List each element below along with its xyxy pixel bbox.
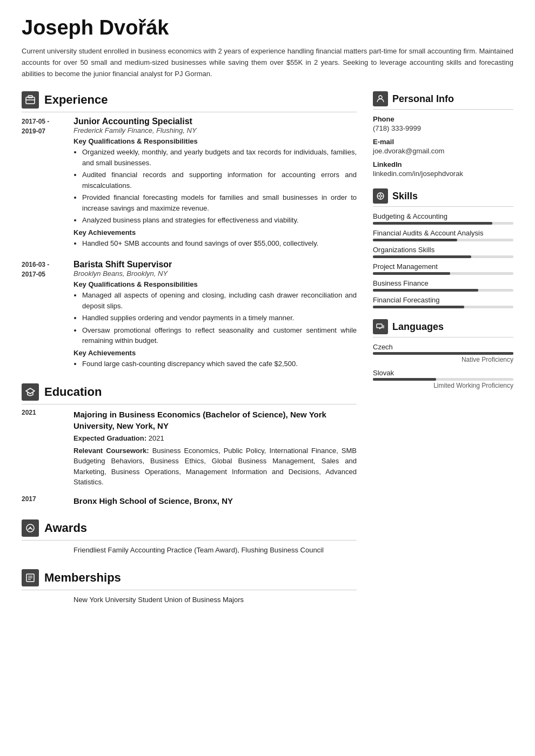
skill-name-5: Financial Forecasting xyxy=(373,296,513,304)
exp-achhead-2: Key Achievements xyxy=(73,349,357,357)
skill-item-2: Organizations Skills xyxy=(373,246,513,258)
personal-info-header: Personal Info xyxy=(373,91,513,110)
skill-item-5: Financial Forecasting xyxy=(373,296,513,308)
memberships-icon xyxy=(22,569,39,586)
exp-bullet-1-2: Audited financial records and supporting… xyxy=(82,170,357,191)
summary-text: Current university student enrolled in b… xyxy=(22,46,513,79)
skills-section: Skills Budgeting & Accounting Financial … xyxy=(373,188,513,308)
lang-name-1: Slovak xyxy=(373,369,513,377)
exp-title-2: Barista Shift Supervisor xyxy=(73,260,357,269)
lang-bar-fill-0 xyxy=(373,352,513,355)
svg-rect-0 xyxy=(26,97,35,104)
experience-icon xyxy=(22,91,39,109)
exp-content-2: Barista Shift Supervisor Brooklyn Beans,… xyxy=(73,260,357,370)
email-value: joe.dvorak@gmail.com xyxy=(373,147,513,155)
exp-ach-1-1: Handled 50+ SMB accounts and found savin… xyxy=(82,238,357,249)
skill-name-0: Budgeting & Accounting xyxy=(373,212,513,220)
lang-bar-bg-0 xyxy=(373,352,513,355)
awards-icon xyxy=(22,519,39,537)
skill-bar-fill-3 xyxy=(373,272,450,275)
exp-bullets-2: Managed all aspects of opening and closi… xyxy=(73,290,357,346)
lang-level-1: Limited Working Proficiency xyxy=(373,382,513,389)
main-layout: Experience 2017-05 -2019-07 Junior Accou… xyxy=(22,91,513,740)
exp-bullet-1-4: Analyzed business plans and strategies f… xyxy=(82,215,357,226)
exp-qualhead-1: Key Qualifications & Responsibilities xyxy=(73,137,357,145)
edu-content-1: Majoring in Business Economics (Bachelor… xyxy=(73,409,357,488)
linkedin-label: LinkedIn xyxy=(373,160,513,168)
personal-info-icon xyxy=(373,91,388,106)
exp-dates-1: 2017-05 -2019-07 xyxy=(22,117,65,250)
personal-info-title: Personal Info xyxy=(392,93,454,105)
education-section: Education 2021 Majoring in Business Econ… xyxy=(22,383,357,507)
lang-name-0: Czech xyxy=(373,343,513,351)
phone-value: (718) 333-9999 xyxy=(373,124,513,132)
svg-rect-17 xyxy=(377,324,382,328)
skills-header: Skills xyxy=(373,188,513,207)
exp-bullet-2-3: Oversaw promotional offerings to reflect… xyxy=(82,325,357,346)
skill-bar-bg-2 xyxy=(373,255,513,258)
linkedin-value: linkedin.com/in/josephdvorak xyxy=(373,170,513,178)
edu-content-2: Bronx High School of Science, Bronx, NY xyxy=(73,495,357,507)
edu-graduation-1: Expected Graduation: 2021 xyxy=(73,433,357,444)
phone-label: Phone xyxy=(373,115,513,123)
skill-bar-fill-5 xyxy=(373,306,464,308)
skill-bar-bg-1 xyxy=(373,239,513,241)
exp-bullet-2-2: Handled supplies ordering and vendor pay… xyxy=(82,313,357,323)
exp-content-1: Junior Accounting Specialist Frederick F… xyxy=(73,117,357,250)
skills-title: Skills xyxy=(392,191,418,202)
skill-bar-fill-4 xyxy=(373,289,478,292)
education-header: Education xyxy=(22,383,357,404)
exp-entry-1: 2017-05 -2019-07 Junior Accounting Speci… xyxy=(22,117,357,250)
skill-bar-bg-3 xyxy=(373,272,513,275)
candidate-name: Joseph Dvořák xyxy=(22,16,513,39)
membership-item-1: New York University Student Union of Bus… xyxy=(22,595,357,606)
lang-bar-fill-1 xyxy=(373,378,436,381)
skill-name-2: Organizations Skills xyxy=(373,246,513,254)
languages-icon xyxy=(373,319,388,334)
edu-title-1: Majoring in Business Economics (Bachelor… xyxy=(73,409,357,431)
email-label: E-mail xyxy=(373,138,513,146)
exp-qualhead-2: Key Qualifications & Responsibilities xyxy=(73,280,357,288)
languages-section: Languages Czech Native Proficiency Slova… xyxy=(373,319,513,389)
lang-item-1: Slovak Limited Working Proficiency xyxy=(373,369,513,389)
skill-name-4: Business Finance xyxy=(373,279,513,287)
skill-item-1: Financial Audits & Account Analysis xyxy=(373,229,513,241)
memberships-header: Memberships xyxy=(22,569,357,590)
skill-name-3: Project Management xyxy=(373,262,513,271)
personal-info-section: Personal Info Phone (718) 333-9999 E-mai… xyxy=(373,91,513,178)
exp-entry-2: 2016-03 -2017-05 Barista Shift Superviso… xyxy=(22,260,357,370)
skill-bar-fill-1 xyxy=(373,239,457,241)
exp-bullet-1-3: Provided financial forecasting models fo… xyxy=(82,192,357,213)
skill-item-0: Budgeting & Accounting xyxy=(373,212,513,225)
exp-bullet-1-1: Organized weekly, monthly, and yearly bu… xyxy=(82,147,357,168)
education-icon xyxy=(22,383,39,401)
resume-page: Joseph Dvořák Current university student… xyxy=(0,0,535,756)
exp-bullet-2-1: Managed all aspects of opening and closi… xyxy=(82,290,357,311)
skill-bar-bg-4 xyxy=(373,289,513,292)
memberships-title: Memberships xyxy=(44,571,121,585)
skill-bar-bg-0 xyxy=(373,222,513,225)
svg-point-10 xyxy=(379,96,382,99)
memberships-section: Memberships New York University Student … xyxy=(22,569,357,606)
exp-achhead-1: Key Achievements xyxy=(73,228,357,237)
exp-achievements-1: Handled 50+ SMB accounts and found savin… xyxy=(73,238,357,249)
skill-item-4: Business Finance xyxy=(373,279,513,292)
left-column: Experience 2017-05 -2019-07 Junior Accou… xyxy=(22,91,357,740)
exp-achievements-2: Found large cash-counting discrepancy wh… xyxy=(73,359,357,369)
exp-company-2: Brooklyn Beans, Brooklyn, NY xyxy=(73,269,357,278)
award-item-1: Friendliest Family Accounting Practice (… xyxy=(22,545,357,556)
languages-header: Languages xyxy=(373,319,513,338)
edu-year-1: 2021 xyxy=(22,409,65,488)
exp-dates-2: 2016-03 -2017-05 xyxy=(22,260,65,370)
lang-level-0: Native Proficiency xyxy=(373,356,513,363)
awards-title: Awards xyxy=(44,521,87,535)
experience-section: Experience 2017-05 -2019-07 Junior Accou… xyxy=(22,91,357,370)
exp-bullets-1: Organized weekly, monthly, and yearly bu… xyxy=(73,147,357,226)
languages-title: Languages xyxy=(392,321,444,333)
lang-bar-bg-1 xyxy=(373,378,513,381)
skill-bar-fill-2 xyxy=(373,255,471,258)
edu-entry-2: 2017 Bronx High School of Science, Bronx… xyxy=(22,495,357,507)
edu-year-2: 2017 xyxy=(22,495,65,507)
languages-list: Czech Native Proficiency Slovak Limited … xyxy=(373,343,513,389)
email-item: E-mail joe.dvorak@gmail.com xyxy=(373,138,513,155)
